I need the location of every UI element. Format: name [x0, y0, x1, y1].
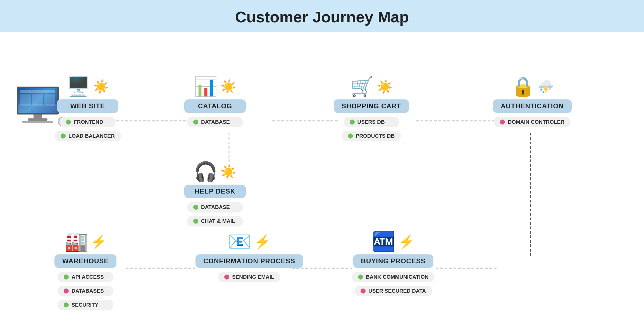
sending-email-label: SENDING EMAIL: [232, 274, 274, 280]
cart-icon: 🛒: [350, 75, 374, 98]
buying-label: BUYING PROCESS: [353, 254, 433, 268]
website-icons: 🖥️ ☀️: [66, 75, 109, 98]
shopping-cart-node: 🛒 ☀️ SHOPPING CART USERS DB PRODUCTS DB: [334, 75, 409, 141]
confirmation-bolt-icon: ⚡: [254, 234, 270, 249]
api-access-item: API ACCESS: [58, 272, 113, 282]
security-label: SECURITY: [71, 302, 98, 308]
helpdesk-db-item: DATABASE: [187, 202, 243, 213]
user-secured-dot: [361, 288, 366, 294]
domain-ctrl-item: DOMAIN CONTROLER: [494, 117, 571, 127]
sending-email-item: SENDING EMAIL: [218, 272, 280, 282]
confirmation-label: CONFIRMATION PROCESS: [195, 254, 303, 268]
catalog-label: CATALOG: [184, 99, 246, 113]
products-db-item: PRODUCTS DB: [342, 131, 401, 141]
databases-item: DATABASES: [58, 286, 113, 296]
warehouse-icons: 🏭 ⚡: [64, 230, 107, 253]
catalog-db-label: DATABASE: [201, 119, 230, 125]
chat-mail-item: CHAT & MAIL: [187, 216, 243, 226]
bank-comm-dot: [358, 275, 363, 280]
catalog-db-item: DATABASE: [187, 117, 243, 127]
users-db-item: USERS DB: [344, 117, 399, 127]
website-label: WEB SITE: [57, 99, 118, 113]
frontend-item: FRONTEND: [60, 117, 116, 127]
buying-node: 🏧 ⚡ BUYING PROCESS BANK COMMUNICATION US…: [352, 230, 435, 296]
domain-dot: [500, 120, 505, 125]
user-secured-item: USER SECURED DATA: [354, 286, 432, 296]
barcode-icon: 📊: [194, 75, 218, 98]
main-diagram: 🖥️ ☀️ WEB SITE FRONTEND LOAD BALANCER 📊 …: [0, 32, 644, 333]
catalog-subitems: DATABASE: [184, 117, 246, 127]
helpdesk-subitems: DATABASE CHAT & MAIL: [184, 202, 246, 226]
products-db-dot: [348, 133, 353, 139]
helpdesk-sun-icon: ☀️: [220, 164, 236, 179]
email-icon: 📧: [228, 230, 252, 253]
databases-label: DATABASES: [71, 288, 104, 294]
factory-icon: 🏭: [64, 230, 88, 253]
frontend-dot: [66, 120, 71, 125]
cart-sun-icon: ☀️: [377, 79, 393, 94]
helpdesk-node: 🎧 ☀️ HELP DESK DATABASE CHAT & MAIL: [184, 161, 246, 226]
helpdesk-label: HELP DESK: [184, 185, 246, 198]
confirmation-icons: 📧 ⚡: [228, 230, 270, 253]
helpdesk-icons: 🎧 ☀️: [194, 161, 236, 183]
lock-icon: 🔒: [511, 75, 535, 98]
users-db-label: USERS DB: [357, 119, 385, 125]
page-header: Customer Journey Map: [0, 0, 644, 32]
bank-comm-label: BANK COMMUNICATION: [366, 274, 428, 280]
load-balancer-item: LOAD BALANCER: [54, 131, 121, 141]
computer-image: [17, 87, 59, 123]
user-secured-label: USER SECURED DATA: [368, 288, 426, 294]
catalog-db-dot: [193, 120, 198, 125]
warehouse-node: 🏭 ⚡ WAREHOUSE API ACCESS DATABASES SECUR…: [54, 230, 116, 310]
chat-mail-label: CHAT & MAIL: [201, 218, 235, 224]
warehouse-subitems: API ACCESS DATABASES SECURITY: [54, 272, 116, 310]
lb-label: LOAD BALANCER: [68, 133, 115, 139]
warehouse-bolt-icon: ⚡: [91, 234, 107, 249]
sun-icon: ☀️: [93, 79, 109, 94]
auth-icons: 🔒 ⛈️: [511, 75, 554, 98]
domain-label: DOMAIN CONTROLER: [508, 119, 564, 125]
sending-email-dot: [224, 275, 229, 280]
bank-comm-item: BANK COMMUNICATION: [352, 272, 435, 282]
confirmation-subitems: SENDING EMAIL: [195, 272, 303, 282]
chat-mail-dot: [193, 219, 198, 224]
thunder-cloud-icon: ⛈️: [538, 79, 554, 94]
buying-subitems: BANK COMMUNICATION USER SECURED DATA: [352, 272, 435, 296]
monitor-icon: 🖥️: [66, 75, 90, 98]
cart-icons: 🛒 ☀️: [350, 75, 393, 98]
security-dot: [64, 302, 69, 307]
databases-dot: [64, 288, 69, 294]
headset-icon: 🎧: [194, 161, 218, 183]
api-dot: [64, 275, 69, 280]
frontend-label: FRONTEND: [74, 119, 103, 125]
helpdesk-db-dot: [193, 205, 198, 210]
lb-dot: [61, 133, 66, 139]
users-db-dot: [350, 120, 355, 125]
buying-icons: 🏧 ⚡: [372, 230, 414, 253]
page-title: Customer Journey Map: [0, 8, 644, 26]
auth-label: AUTHENTICATION: [493, 99, 572, 113]
cart-subitems: USERS DB PRODUCTS DB: [334, 117, 409, 141]
website-subitems: FRONTEND LOAD BALANCER: [54, 117, 121, 141]
helpdesk-db-label: DATABASE: [201, 204, 230, 210]
buying-bolt-icon: ⚡: [399, 234, 414, 249]
atm-icon: 🏧: [372, 230, 396, 253]
auth-node: 🔒 ⛈️ AUTHENTICATION DOMAIN CONTROLER: [493, 75, 572, 127]
catalog-sun-icon: ☀️: [220, 79, 236, 94]
catalog-node: 📊 ☀️ CATALOG DATABASE: [184, 75, 246, 127]
warehouse-label: WAREHOUSE: [54, 254, 116, 268]
cart-label: SHOPPING CART: [334, 99, 409, 113]
auth-subitems: DOMAIN CONTROLER: [493, 117, 572, 127]
website-node: 🖥️ ☀️ WEB SITE FRONTEND LOAD BALANCER: [54, 75, 121, 141]
confirmation-node: 📧 ⚡ CONFIRMATION PROCESS SENDING EMAIL: [195, 230, 303, 282]
catalog-icons: 📊 ☀️: [194, 75, 236, 98]
products-db-label: PRODUCTS DB: [356, 133, 395, 139]
api-label: API ACCESS: [71, 274, 104, 280]
security-item: SECURITY: [58, 300, 113, 310]
